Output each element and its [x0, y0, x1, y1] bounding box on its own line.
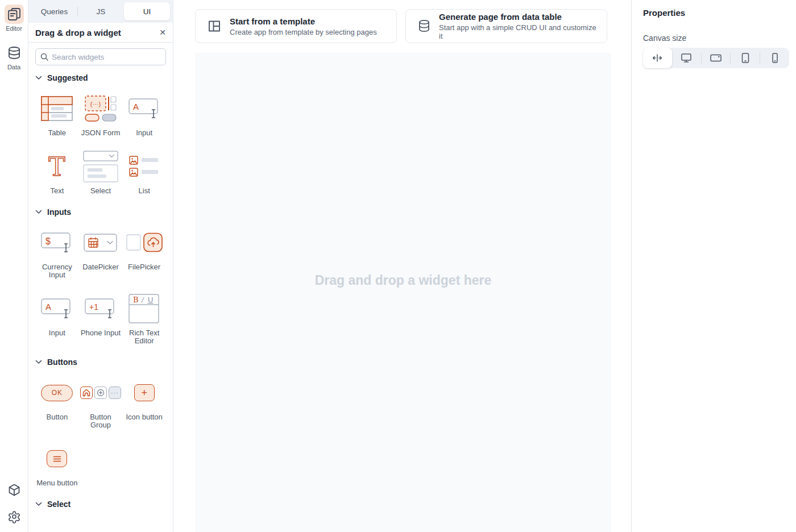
search-input[interactable] [52, 53, 161, 61]
widget-card-select[interactable]: Select [79, 152, 123, 195]
button-group-widget-icon: ··· [80, 378, 121, 408]
widget-card-list[interactable]: List [122, 152, 166, 195]
section-suggested: Suggested [35, 73, 166, 195]
filepicker-widget-icon [126, 228, 163, 257]
section-title: Select [47, 500, 71, 509]
svg-text:(···): (···) [90, 101, 101, 107]
tablet-landscape-icon [710, 53, 722, 63]
canvas-size-tablet-landscape-button[interactable] [702, 48, 731, 68]
widget-card-json-form[interactable]: (···) JSON Form [79, 94, 123, 137]
settings-gear-icon[interactable] [7, 510, 21, 524]
card-text: Start from a template Create app from te… [230, 16, 377, 36]
widget-card-datepicker[interactable]: DatePicker [79, 228, 123, 279]
section-inputs-header[interactable]: Inputs [35, 207, 166, 217]
rail-editor-label: Editor [6, 25, 22, 32]
database-icon [5, 43, 24, 63]
canvas-placeholder-text: Drag and drop a widget here [195, 273, 611, 288]
widget-card-filepicker[interactable]: FilePicker [122, 228, 166, 279]
buttons-grid: OK Button [35, 367, 166, 487]
suggested-grid: Table (···) [35, 82, 166, 195]
json-form-widget-icon: (···) [85, 94, 117, 123]
app-window: Editor Data [0, 0, 796, 532]
svg-text:B: B [133, 296, 139, 304]
home-icon [80, 386, 93, 399]
canvas-size-mobile-button[interactable] [760, 48, 789, 68]
section-suggested-header[interactable]: Suggested [35, 73, 166, 82]
widget-label: JSON Form [81, 129, 121, 137]
widget-label: Button [47, 413, 68, 421]
input-widget-icon: A [128, 94, 160, 123]
svg-text:A: A [133, 102, 139, 111]
desktop-icon [680, 53, 693, 63]
inputs-grid: $ Currency Input [35, 217, 166, 345]
canvas-size-fluid-button[interactable] [643, 48, 672, 68]
widget-card-menu-button[interactable]: Menu button [35, 444, 79, 487]
widget-label: Phone Input [81, 329, 121, 337]
widget-sidebar: Queries JS UI Drag & drop a widget ✕ [28, 0, 173, 532]
plus-icon: + [134, 384, 155, 401]
widget-panel-header: Drag & drop a widget ✕ [28, 23, 173, 43]
properties-panel: Properties Canvas size [631, 0, 796, 532]
card-title: Generate page from data table [439, 12, 599, 22]
widget-card-rich-text-editor[interactable]: B / U Rich Text Editor [122, 294, 166, 345]
section-select: Select [35, 500, 166, 509]
widget-label: Select [90, 187, 111, 195]
fluid-width-icon [651, 53, 664, 63]
rich-text-editor-widget-icon: B / U [128, 294, 160, 323]
widget-label: Menu button [36, 479, 77, 487]
ellipsis-icon: ··· [109, 386, 121, 399]
widget-label: List [139, 187, 150, 195]
currency-input-widget-icon: $ [41, 228, 73, 257]
section-buttons: Buttons OK Button [35, 358, 166, 487]
widget-card-input[interactable]: A Input [122, 94, 166, 137]
section-buttons-header[interactable]: Buttons [35, 358, 166, 367]
widget-label: Table [48, 129, 66, 137]
tablet-icon [739, 53, 752, 63]
close-icon[interactable]: ✕ [159, 28, 166, 36]
search-icon [40, 53, 48, 61]
mobile-icon [769, 53, 781, 63]
start-from-template-card[interactable]: Start from a template Create app from te… [195, 9, 397, 43]
chevron-down-icon [35, 360, 42, 364]
widget-panel-title: Drag & drop a widget [35, 28, 121, 38]
widget-card-table[interactable]: Table [35, 94, 79, 137]
hamburger-icon [53, 456, 61, 462]
canvas-size-tablet-button[interactable] [731, 48, 760, 68]
rail-bottom-group [7, 483, 21, 532]
widget-label: FilePicker [128, 263, 160, 271]
rail-item-data[interactable]: Data [5, 43, 24, 70]
widget-label: Input [49, 329, 65, 337]
input-widget-icon: A [41, 294, 73, 323]
section-select-header[interactable]: Select [35, 500, 166, 509]
card-text: Generate page from data table Start app … [439, 12, 599, 40]
rail-item-editor[interactable]: Editor [5, 5, 24, 32]
widget-card-input2[interactable]: A Input [35, 294, 79, 345]
left-rail: Editor Data [0, 0, 28, 532]
chevron-down-icon [35, 76, 42, 80]
plus-circle-icon [94, 386, 107, 399]
tab-queries[interactable]: Queries [31, 2, 77, 20]
list-widget-icon [129, 152, 160, 181]
table-widget-icon [41, 94, 73, 123]
widget-card-phone-input[interactable]: +1 Phone Input [79, 294, 123, 345]
widget-card-button-group[interactable]: ··· Button Group [79, 378, 123, 429]
tab-js[interactable]: JS [78, 2, 124, 20]
widget-search[interactable] [35, 48, 166, 65]
svg-text:$: $ [45, 236, 51, 246]
widget-card-currency-input[interactable]: $ Currency Input [35, 228, 79, 279]
chevron-down-icon [35, 210, 42, 214]
canvas-size-segmented-control [643, 48, 789, 68]
tab-ui[interactable]: UI [124, 2, 170, 20]
svg-text:+1: +1 [89, 302, 98, 311]
widget-card-button[interactable]: OK Button [35, 378, 79, 429]
generate-from-data-card[interactable]: Generate page from data table Start app … [405, 9, 607, 43]
app-canvas-dropzone[interactable]: Drag and drop a widget here [195, 53, 611, 532]
libraries-cube-icon[interactable] [7, 483, 21, 497]
svg-text:T: T [49, 153, 65, 180]
card-subtitle: Create app from template by selecting pa… [230, 28, 377, 36]
section-title: Inputs [47, 207, 71, 217]
widget-label: Text [50, 187, 64, 195]
widget-card-text[interactable]: T Text [35, 152, 79, 195]
canvas-size-desktop-button[interactable] [672, 48, 701, 68]
widget-card-icon-button[interactable]: + Icon button [122, 378, 166, 429]
